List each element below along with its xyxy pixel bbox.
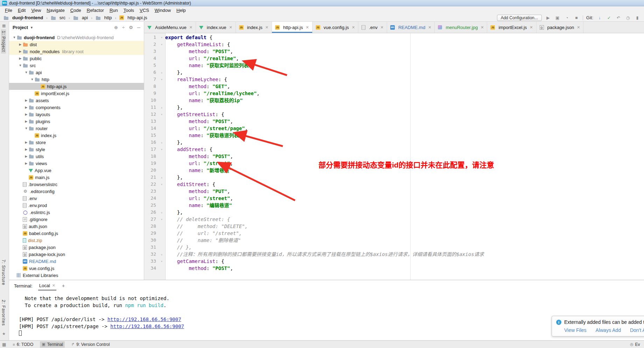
tree-row[interactable]: ⚙.editorconfig [9,188,144,195]
toolwindow-grid-icon[interactable]: ▦ [2,23,6,28]
menu-help[interactable]: Help [174,7,189,14]
fold-marker-icon[interactable]: ▵ [158,209,165,216]
toolwindow-switcher-icon[interactable]: ▦ [2,342,6,347]
breadcrumb-item[interactable]: duoji-frontend [12,15,43,20]
close-icon[interactable]: ✕ [52,283,55,288]
tree-expand-icon[interactable]: ▶ [18,43,23,46]
git-rollback-icon[interactable]: ↶ [615,15,622,20]
code-line[interactable]: 3 method: "POST", [144,48,644,55]
tree-row[interactable]: ⊘.gitignore [9,216,144,223]
tree-row[interactable]: ◯.eslintrc.js [9,209,144,216]
code-editor[interactable]: 1▿export default {2▿ getRealTimeList: {3… [144,33,644,280]
close-icon[interactable]: ✕ [189,25,192,30]
fold-marker-icon[interactable]: ▵ [158,174,165,181]
code-line[interactable]: 29 // url: "/street", [144,230,644,237]
tree-row[interactable]: JSvue.config.js [9,265,144,272]
code-line[interactable]: 7▿ realTimeLychee: { [144,76,644,83]
new-terminal-session-button[interactable]: + [62,283,65,289]
code-line[interactable]: 4 url: "/realTime", [144,55,644,62]
tree-row[interactable]: ▶components [9,104,144,111]
close-icon[interactable]: ✕ [352,25,355,30]
tree-row[interactable]: ▶layouts [9,111,144,118]
breadcrumb-item[interactable]: api [82,15,88,20]
code-line[interactable]: 10 name: "获取荔枝的ip" [144,97,644,104]
tree-expand-icon[interactable]: ▼ [18,64,23,67]
code-line[interactable]: 34 method: "POST", [144,265,644,272]
tree-expand-icon[interactable]: ▶ [18,50,23,53]
profiler-icon[interactable]: ◔ [564,15,570,20]
statusbar-item-terminal[interactable]: ▣Terminal [40,341,65,348]
code-line[interactable]: 23 method: "PUT", [144,188,644,195]
notification-action-always-add[interactable]: Always Add [596,327,621,333]
notification-action-don-t-ask-again[interactable]: Don't Ask Again [630,327,644,333]
code-line[interactable]: 12▿ getStreetList: { [144,111,644,118]
notification-action-view-files[interactable]: View Files [564,327,587,333]
close-icon[interactable]: ✕ [229,25,232,30]
tree-row[interactable]: App.vue [9,167,144,174]
tree-expand-icon[interactable]: ▼ [24,127,29,130]
close-icon[interactable]: ✕ [380,25,384,30]
tree-row[interactable]: ▶store [9,139,144,146]
code-line[interactable]: 2▿ getRealTimeList: { [144,41,644,48]
tree-row[interactable]: ▶views [9,160,144,167]
editor-tab-readme-md[interactable]: MDREADME.md✕ [387,22,435,33]
code-line[interactable]: 31 // }, [144,244,644,251]
terminal-output[interactable]: Note that the development build is not o… [9,291,644,340]
statusbar-event-log[interactable]: ◎Ev [630,342,640,347]
hide-icon[interactable]: ─ [137,25,140,30]
tree-row[interactable]: ▶style [9,146,144,153]
git-history-icon[interactable]: ◷ [625,15,631,20]
tree-expand-icon[interactable]: ▶ [24,155,29,158]
editor-tab-importexcel-js[interactable]: JSimportExcel.js✕ [487,22,536,33]
chevron-down-icon[interactable]: ▼ [30,26,33,29]
tree-row[interactable]: JSindex.js [9,132,144,139]
tree-row[interactable]: JSmain.js [9,174,144,181]
code-line[interactable]: 32▵ //注释：所有用到删除的接口都需要拼接变量id，所以请求方式采用了挂载在… [144,251,644,258]
tree-expand-icon[interactable]: ▼ [24,71,29,74]
close-icon[interactable]: ✕ [306,25,309,30]
tree-expand-icon[interactable]: ▶ [24,120,29,123]
menu-edit[interactable]: Edit [15,7,28,14]
tree-row[interactable]: ▶plugins [9,118,144,125]
add-configuration-button[interactable]: Add Configuration... [497,15,542,21]
editor-tab-vue-config-js[interactable]: JSvue.config.js✕ [313,22,358,33]
tree-row[interactable]: ▼src [9,62,144,69]
close-icon[interactable]: ✕ [481,25,484,30]
tree-expand-icon[interactable]: ▶ [24,113,29,116]
menu-tools[interactable]: Tools [121,7,137,14]
tree-row[interactable]: MDREADME.md [9,258,144,265]
fold-marker-icon[interactable]: ▵ [158,69,165,76]
code-line[interactable]: 9 url: "/realTime/lychee", [144,90,644,97]
fold-marker-icon[interactable]: ▿ [158,216,165,223]
code-line[interactable]: 27▿ // deleteStreet: { [144,216,644,223]
breadcrumb-item[interactable]: http-api.js [127,15,147,20]
menu-run[interactable]: Run [107,7,121,14]
fold-marker-icon[interactable]: ▿ [158,76,165,83]
statusbar-item-9-version-control[interactable]: ↱9: Version Control [70,341,112,348]
tree-row[interactable]: {}auth.json [9,223,144,230]
tree-row[interactable]: .env [9,195,144,202]
tree-row[interactable]: ▶node_moduleslibrary root [9,48,144,55]
git-commit-icon[interactable]: ✓ [606,15,612,20]
fold-marker-icon[interactable]: ▿ [158,41,165,48]
code-line[interactable]: 11▵ }, [144,104,644,111]
code-line[interactable]: 25 name: "编辑巷道" [144,202,644,209]
code-line[interactable]: 5 name: "获取实时监控列表" [144,62,644,69]
tree-row[interactable]: dist.zip [9,237,144,244]
editor-tab-menurouter-jpg[interactable]: menuRouter.jpg✕ [435,22,487,33]
toolwindow-button-favorites[interactable]: 2: Favorites [1,298,6,327]
fold-marker-icon[interactable]: ▿ [158,181,165,188]
tree-expand-icon[interactable]: ▼ [30,78,35,81]
tree-row[interactable]: JSbabel.config.js [9,230,144,237]
menu-file[interactable]: File [2,7,15,14]
run-icon[interactable]: ▶ [545,15,551,20]
fold-marker-icon[interactable]: ▿ [158,146,165,153]
git-update-icon[interactable]: ↓ [596,15,603,20]
terminal-tab-local[interactable]: Local ✕ [38,281,56,291]
tree-row[interactable]: {}package-lock.json [9,251,144,258]
breadcrumb-item[interactable]: src [59,15,65,20]
tree-row[interactable]: ▼api [9,69,144,76]
close-icon[interactable]: ✕ [577,25,580,30]
tree-row[interactable]: .browserslistrc [9,181,144,188]
tree-row[interactable]: ▶assets [9,97,144,104]
